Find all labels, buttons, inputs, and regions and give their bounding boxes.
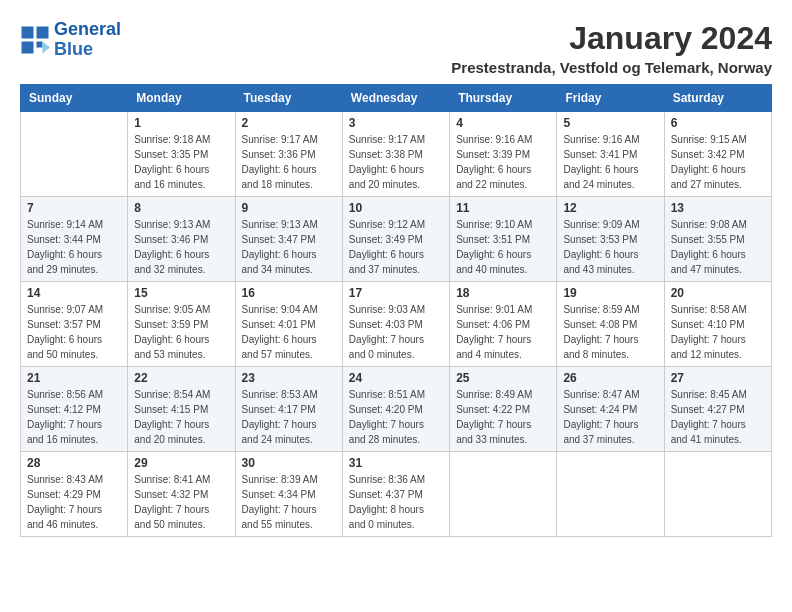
day-detail: Sunrise: 8:49 AMSunset: 4:22 PMDaylight:… bbox=[456, 387, 550, 447]
day-detail: Sunrise: 8:54 AMSunset: 4:15 PMDaylight:… bbox=[134, 387, 228, 447]
day-detail: Sunrise: 9:09 AMSunset: 3:53 PMDaylight:… bbox=[563, 217, 657, 277]
day-number: 18 bbox=[456, 286, 550, 300]
title-block: January 2024 Prestestranda, Vestfold og … bbox=[451, 20, 772, 76]
calendar-cell: 29Sunrise: 8:41 AMSunset: 4:32 PMDayligh… bbox=[128, 452, 235, 537]
day-number: 29 bbox=[134, 456, 228, 470]
weekday-header-thursday: Thursday bbox=[450, 85, 557, 112]
calendar-cell: 23Sunrise: 8:53 AMSunset: 4:17 PMDayligh… bbox=[235, 367, 342, 452]
day-number: 12 bbox=[563, 201, 657, 215]
day-detail: Sunrise: 9:13 AMSunset: 3:46 PMDaylight:… bbox=[134, 217, 228, 277]
day-detail: Sunrise: 9:05 AMSunset: 3:59 PMDaylight:… bbox=[134, 302, 228, 362]
calendar-cell: 14Sunrise: 9:07 AMSunset: 3:57 PMDayligh… bbox=[21, 282, 128, 367]
day-detail: Sunrise: 9:17 AMSunset: 3:36 PMDaylight:… bbox=[242, 132, 336, 192]
day-number: 5 bbox=[563, 116, 657, 130]
calendar-cell bbox=[664, 452, 771, 537]
page-subtitle: Prestestranda, Vestfold og Telemark, Nor… bbox=[451, 59, 772, 76]
calendar-cell: 4Sunrise: 9:16 AMSunset: 3:39 PMDaylight… bbox=[450, 112, 557, 197]
day-detail: Sunrise: 9:16 AMSunset: 3:41 PMDaylight:… bbox=[563, 132, 657, 192]
day-number: 2 bbox=[242, 116, 336, 130]
svg-rect-2 bbox=[22, 41, 34, 53]
day-number: 26 bbox=[563, 371, 657, 385]
weekday-header-wednesday: Wednesday bbox=[342, 85, 449, 112]
calendar-table: SundayMondayTuesdayWednesdayThursdayFrid… bbox=[20, 84, 772, 537]
calendar-cell: 13Sunrise: 9:08 AMSunset: 3:55 PMDayligh… bbox=[664, 197, 771, 282]
day-detail: Sunrise: 9:08 AMSunset: 3:55 PMDaylight:… bbox=[671, 217, 765, 277]
day-detail: Sunrise: 9:01 AMSunset: 4:06 PMDaylight:… bbox=[456, 302, 550, 362]
day-number: 24 bbox=[349, 371, 443, 385]
day-detail: Sunrise: 8:59 AMSunset: 4:08 PMDaylight:… bbox=[563, 302, 657, 362]
calendar-cell: 7Sunrise: 9:14 AMSunset: 3:44 PMDaylight… bbox=[21, 197, 128, 282]
day-detail: Sunrise: 9:07 AMSunset: 3:57 PMDaylight:… bbox=[27, 302, 121, 362]
calendar-cell: 30Sunrise: 8:39 AMSunset: 4:34 PMDayligh… bbox=[235, 452, 342, 537]
calendar-week-row: 1Sunrise: 9:18 AMSunset: 3:35 PMDaylight… bbox=[21, 112, 772, 197]
calendar-cell: 3Sunrise: 9:17 AMSunset: 3:38 PMDaylight… bbox=[342, 112, 449, 197]
calendar-cell: 31Sunrise: 8:36 AMSunset: 4:37 PMDayligh… bbox=[342, 452, 449, 537]
day-number: 19 bbox=[563, 286, 657, 300]
calendar-cell: 18Sunrise: 9:01 AMSunset: 4:06 PMDayligh… bbox=[450, 282, 557, 367]
calendar-cell bbox=[21, 112, 128, 197]
calendar-cell: 8Sunrise: 9:13 AMSunset: 3:46 PMDaylight… bbox=[128, 197, 235, 282]
day-detail: Sunrise: 9:16 AMSunset: 3:39 PMDaylight:… bbox=[456, 132, 550, 192]
day-number: 16 bbox=[242, 286, 336, 300]
calendar-cell: 24Sunrise: 8:51 AMSunset: 4:20 PMDayligh… bbox=[342, 367, 449, 452]
calendar-cell: 26Sunrise: 8:47 AMSunset: 4:24 PMDayligh… bbox=[557, 367, 664, 452]
day-number: 27 bbox=[671, 371, 765, 385]
calendar-cell: 27Sunrise: 8:45 AMSunset: 4:27 PMDayligh… bbox=[664, 367, 771, 452]
day-number: 6 bbox=[671, 116, 765, 130]
calendar-cell: 17Sunrise: 9:03 AMSunset: 4:03 PMDayligh… bbox=[342, 282, 449, 367]
day-number: 31 bbox=[349, 456, 443, 470]
day-detail: Sunrise: 9:10 AMSunset: 3:51 PMDaylight:… bbox=[456, 217, 550, 277]
calendar-cell: 12Sunrise: 9:09 AMSunset: 3:53 PMDayligh… bbox=[557, 197, 664, 282]
day-detail: Sunrise: 8:58 AMSunset: 4:10 PMDaylight:… bbox=[671, 302, 765, 362]
logo-blue: Blue bbox=[54, 39, 93, 59]
day-detail: Sunrise: 9:18 AMSunset: 3:35 PMDaylight:… bbox=[134, 132, 228, 192]
logo: General Blue bbox=[20, 20, 121, 60]
day-number: 14 bbox=[27, 286, 121, 300]
weekday-header-row: SundayMondayTuesdayWednesdayThursdayFrid… bbox=[21, 85, 772, 112]
calendar-cell: 1Sunrise: 9:18 AMSunset: 3:35 PMDaylight… bbox=[128, 112, 235, 197]
day-number: 13 bbox=[671, 201, 765, 215]
day-number: 20 bbox=[671, 286, 765, 300]
day-number: 23 bbox=[242, 371, 336, 385]
day-detail: Sunrise: 9:14 AMSunset: 3:44 PMDaylight:… bbox=[27, 217, 121, 277]
calendar-cell: 19Sunrise: 8:59 AMSunset: 4:08 PMDayligh… bbox=[557, 282, 664, 367]
day-detail: Sunrise: 8:36 AMSunset: 4:37 PMDaylight:… bbox=[349, 472, 443, 532]
day-number: 1 bbox=[134, 116, 228, 130]
calendar-cell: 21Sunrise: 8:56 AMSunset: 4:12 PMDayligh… bbox=[21, 367, 128, 452]
weekday-header-tuesday: Tuesday bbox=[235, 85, 342, 112]
day-number: 21 bbox=[27, 371, 121, 385]
day-number: 7 bbox=[27, 201, 121, 215]
day-detail: Sunrise: 8:47 AMSunset: 4:24 PMDaylight:… bbox=[563, 387, 657, 447]
day-detail: Sunrise: 9:12 AMSunset: 3:49 PMDaylight:… bbox=[349, 217, 443, 277]
calendar-cell: 9Sunrise: 9:13 AMSunset: 3:47 PMDaylight… bbox=[235, 197, 342, 282]
day-detail: Sunrise: 9:03 AMSunset: 4:03 PMDaylight:… bbox=[349, 302, 443, 362]
day-detail: Sunrise: 8:56 AMSunset: 4:12 PMDaylight:… bbox=[27, 387, 121, 447]
calendar-cell: 2Sunrise: 9:17 AMSunset: 3:36 PMDaylight… bbox=[235, 112, 342, 197]
day-number: 15 bbox=[134, 286, 228, 300]
calendar-cell: 6Sunrise: 9:15 AMSunset: 3:42 PMDaylight… bbox=[664, 112, 771, 197]
weekday-header-monday: Monday bbox=[128, 85, 235, 112]
calendar-week-row: 21Sunrise: 8:56 AMSunset: 4:12 PMDayligh… bbox=[21, 367, 772, 452]
day-number: 30 bbox=[242, 456, 336, 470]
calendar-cell: 22Sunrise: 8:54 AMSunset: 4:15 PMDayligh… bbox=[128, 367, 235, 452]
logo-icon bbox=[20, 25, 50, 55]
calendar-cell: 20Sunrise: 8:58 AMSunset: 4:10 PMDayligh… bbox=[664, 282, 771, 367]
day-detail: Sunrise: 8:45 AMSunset: 4:27 PMDaylight:… bbox=[671, 387, 765, 447]
logo-text: General Blue bbox=[54, 20, 121, 60]
calendar-week-row: 14Sunrise: 9:07 AMSunset: 3:57 PMDayligh… bbox=[21, 282, 772, 367]
day-number: 25 bbox=[456, 371, 550, 385]
svg-rect-3 bbox=[37, 26, 49, 38]
day-detail: Sunrise: 8:41 AMSunset: 4:32 PMDaylight:… bbox=[134, 472, 228, 532]
calendar-cell: 10Sunrise: 9:12 AMSunset: 3:49 PMDayligh… bbox=[342, 197, 449, 282]
calendar-cell: 15Sunrise: 9:05 AMSunset: 3:59 PMDayligh… bbox=[128, 282, 235, 367]
day-detail: Sunrise: 8:43 AMSunset: 4:29 PMDaylight:… bbox=[27, 472, 121, 532]
day-detail: Sunrise: 9:17 AMSunset: 3:38 PMDaylight:… bbox=[349, 132, 443, 192]
svg-rect-1 bbox=[22, 26, 34, 38]
calendar-cell: 16Sunrise: 9:04 AMSunset: 4:01 PMDayligh… bbox=[235, 282, 342, 367]
day-detail: Sunrise: 8:53 AMSunset: 4:17 PMDaylight:… bbox=[242, 387, 336, 447]
page-header: General Blue January 2024 Prestestranda,… bbox=[20, 20, 772, 76]
day-number: 4 bbox=[456, 116, 550, 130]
calendar-cell: 11Sunrise: 9:10 AMSunset: 3:51 PMDayligh… bbox=[450, 197, 557, 282]
calendar-cell: 25Sunrise: 8:49 AMSunset: 4:22 PMDayligh… bbox=[450, 367, 557, 452]
day-detail: Sunrise: 8:39 AMSunset: 4:34 PMDaylight:… bbox=[242, 472, 336, 532]
